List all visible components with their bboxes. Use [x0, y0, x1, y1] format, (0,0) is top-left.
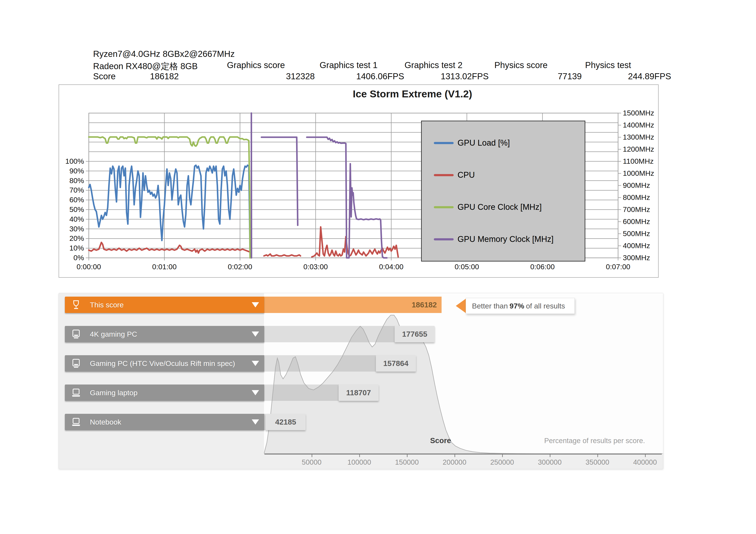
y-right-tick-label: 1200MHz [623, 145, 654, 153]
y-right-tick-label: 800MHz [623, 193, 650, 202]
x-axis-tick-label: 0:00:00 [63, 263, 115, 271]
y-left-tick-label: 80% [56, 176, 84, 185]
axis-tick-label: 200000 [431, 458, 478, 466]
legend-item: GPU Load [%] [434, 138, 585, 147]
better-than-callout: Better than 97% of all results [466, 298, 575, 314]
series-cpu [264, 254, 301, 256]
dropdown-caret-icon[interactable] [252, 390, 259, 395]
x-axis-tick-label: 0:02:00 [214, 263, 266, 271]
legend-label: CPU [458, 170, 475, 180]
x-axis-tick-label: 0:04:00 [365, 263, 417, 271]
physics-test-value: 244.89FPS [628, 71, 671, 81]
laptop-icon [71, 388, 81, 398]
dropdown-caret-icon[interactable] [252, 332, 259, 337]
y-right-tick-label: 900MHz [623, 181, 650, 190]
axis-tick-label: 250000 [478, 458, 526, 466]
series-gpu-core-clock-mhz- [89, 137, 250, 258]
row-label-bar[interactable]: 4K gaming PC [65, 326, 264, 342]
y-left-tick-label: 0% [56, 254, 84, 262]
y-left-tick-label: 50% [56, 205, 84, 214]
axis-tick [645, 454, 646, 457]
graphics-score-value: 312328 [286, 71, 315, 81]
benchmark-result-page: Ryzen7@4.0GHz 8GBx2@2667MHz Radeon RX480… [0, 0, 756, 534]
row-label: Gaming laptop [90, 389, 138, 397]
axis-tick [359, 454, 360, 457]
monitor-icon [71, 358, 81, 369]
series-lines [89, 113, 398, 258]
col-graphics-test2: Graphics test 2 [405, 60, 463, 70]
score-value-box: 157864 [376, 355, 416, 371]
series-gpu-memory-clock-mhz- [251, 113, 252, 258]
axis-tick-label: 50000 [288, 458, 335, 466]
row-label-bar[interactable]: Gaming laptop [65, 385, 264, 401]
axis-tick-label: 150000 [383, 458, 431, 466]
y-left-tick-label: 90% [56, 167, 84, 175]
system-spec-gpu: Radeon RX480@定格 8GB [93, 60, 198, 72]
score-row-label: Score [93, 71, 116, 81]
dropdown-caret-icon[interactable] [252, 420, 259, 424]
y-left-tick-label: 70% [56, 186, 84, 194]
callout-text-after: of all results [526, 302, 565, 310]
monitoring-chart: Ice Storm Extreme (V1.2) 0%10%20%30%40%5… [59, 85, 659, 278]
x-axis-tick-label: 0:03:00 [290, 263, 341, 271]
distribution-area-path [264, 315, 663, 454]
col-graphics-score: Graphics score [227, 60, 285, 70]
graphics-test1-value: 1406.06FPS [356, 71, 404, 81]
series-gpu-load- [89, 165, 250, 258]
x-axis-tick-label: 0:01:00 [139, 263, 190, 271]
system-spec-cpu: Ryzen7@4.0GHz 8GBx2@2667MHz [93, 49, 235, 59]
axis-tick [597, 454, 598, 457]
y-right-tick-label: 500MHz [623, 229, 650, 238]
col-physics-test: Physics test [585, 60, 631, 70]
row-label: 4K gaming PC [90, 330, 137, 339]
series-cpu [312, 227, 398, 257]
legend-item: GPU Core Clock [MHz] [434, 202, 585, 212]
monitor-icon [71, 329, 81, 339]
callout-text-before: Better than [472, 302, 508, 310]
y-left-tick-label: 30% [56, 225, 84, 233]
distribution-curve [264, 293, 663, 454]
score-value: 186182 [412, 300, 442, 309]
x-axis-tick-label: 0:06:00 [517, 263, 568, 271]
col-physics-score: Physics score [494, 60, 548, 70]
legend-swatch-mem_clock [434, 238, 454, 241]
distribution-axis-line [264, 454, 662, 454]
row-label-bar[interactable]: Gaming PC (HTC Vive/Oculus Rift min spec… [65, 355, 264, 371]
axis-tick [311, 454, 312, 457]
physics-score-value: 77139 [558, 71, 582, 81]
axis-tick-label: 350000 [574, 458, 621, 466]
legend-swatch-cpu [434, 174, 454, 176]
y-left-tick-label: 40% [56, 215, 84, 223]
y-right-tick-label: 600MHz [623, 217, 650, 226]
legend-swatch-core_clock [434, 206, 454, 208]
legend-item: GPU Memory Clock [MHz] [434, 235, 585, 244]
axis-tick [550, 454, 551, 457]
chart-legend: GPU Load [%]CPUGPU Core Clock [MHz]GPU M… [421, 121, 585, 262]
laptop-icon [71, 417, 81, 427]
row-label: This score [90, 301, 124, 309]
y-right-tick-label: 700MHz [623, 205, 650, 214]
y-left-tick-label: 10% [56, 244, 84, 252]
legend-item: CPU [434, 170, 585, 180]
axis-tick-label: 400000 [621, 458, 663, 466]
series-gpu-memory-clock-mhz- [307, 137, 387, 258]
series-gpu-memory-clock-mhz- [261, 137, 298, 225]
row-label: Notebook [90, 418, 121, 426]
trophy-icon [71, 300, 81, 310]
score-bar: 186182 [264, 297, 442, 313]
y-right-tick-label: 300MHz [623, 254, 650, 262]
series-cpu [89, 242, 250, 253]
axis-tick-label: 300000 [526, 458, 574, 466]
score-value-box: 42185 [265, 414, 306, 430]
legend-label: GPU Load [%] [458, 138, 510, 147]
row-label-bar[interactable]: This score [65, 297, 264, 313]
legend-swatch-gpu_load [434, 142, 454, 144]
row-label-bar[interactable]: Notebook [65, 414, 264, 430]
axis-tick [454, 454, 455, 457]
callout-arrow-icon [456, 299, 466, 313]
col-graphics-test1: Graphics test 1 [320, 60, 378, 70]
score-value-box: 118707 [338, 385, 379, 401]
dropdown-caret-icon[interactable] [252, 302, 259, 307]
axis-tick [502, 454, 503, 457]
dropdown-caret-icon[interactable] [252, 361, 259, 366]
